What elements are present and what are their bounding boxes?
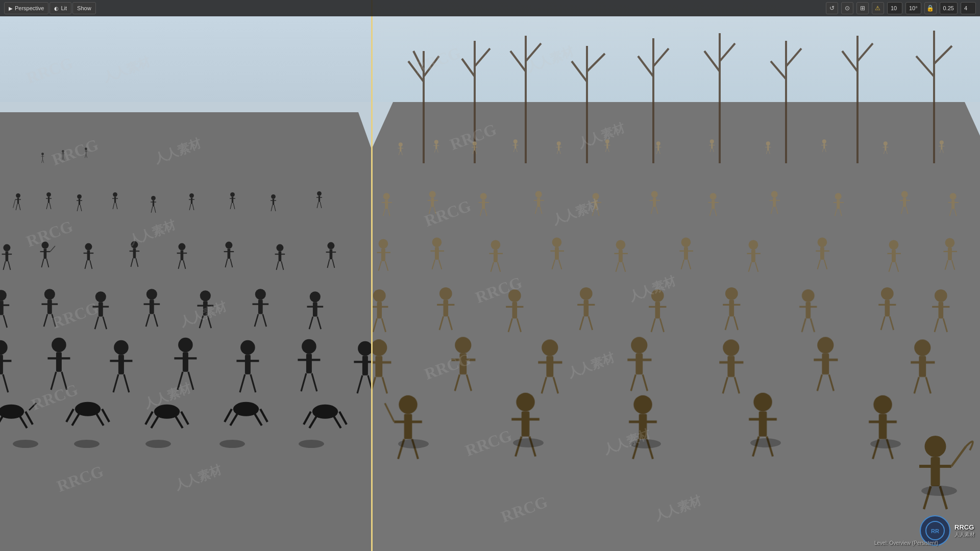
svg-point-424 — [725, 287, 738, 300]
svg-line-30 — [80, 205, 82, 211]
svg-rect-73 — [87, 251, 90, 261]
svg-line-277 — [766, 151, 767, 154]
svg-line-18 — [16, 204, 17, 210]
svg-line-9 — [63, 157, 64, 160]
svg-rect-480 — [404, 414, 412, 439]
svg-point-5 — [62, 150, 64, 153]
svg-line-377 — [681, 260, 684, 269]
svg-rect-290 — [941, 144, 942, 149]
svg-line-278 — [769, 151, 770, 154]
svg-point-169 — [358, 341, 371, 356]
svg-line-453 — [467, 374, 471, 391]
svg-point-454 — [542, 339, 558, 356]
svg-line-194 — [253, 411, 262, 425]
svg-point-15 — [16, 193, 20, 198]
svg-line-343 — [906, 207, 908, 214]
svg-point-344 — [950, 193, 957, 199]
warning-button[interactable]: ⚠ — [872, 2, 884, 14]
svg-line-413 — [517, 318, 521, 332]
svg-line-397 — [945, 260, 948, 270]
svg-point-113 — [95, 291, 106, 302]
svg-line-283 — [825, 148, 826, 152]
svg-line-180 — [29, 403, 36, 410]
grid-button[interactable]: ⊞ — [856, 2, 869, 14]
viewport-divider — [371, 0, 373, 551]
svg-point-374 — [681, 237, 691, 247]
layer-value-display: 4 — [961, 2, 976, 14]
svg-line-367 — [552, 260, 555, 269]
perspective-label: Perspective — [15, 5, 44, 11]
svg-line-478 — [926, 377, 930, 393]
right-scene-svg — [373, 0, 980, 551]
svg-line-348 — [954, 209, 957, 216]
svg-point-72 — [85, 243, 92, 251]
svg-line-188 — [151, 414, 160, 428]
perspective-button[interactable]: ▶ Perspective — [4, 2, 48, 14]
svg-point-234 — [399, 142, 403, 146]
svg-rect-265 — [657, 145, 659, 151]
svg-point-82 — [178, 243, 185, 251]
svg-point-364 — [552, 237, 562, 247]
svg-rect-88 — [228, 249, 231, 259]
svg-rect-42 — [191, 198, 192, 204]
svg-point-0 — [41, 153, 44, 155]
svg-point-201 — [13, 440, 38, 448]
svg-rect-260 — [606, 143, 608, 148]
svg-line-153 — [124, 374, 129, 392]
svg-point-515 — [870, 439, 901, 448]
svg-point-36 — [151, 196, 156, 201]
svg-rect-155 — [183, 352, 188, 372]
svg-point-495 — [753, 393, 772, 411]
svg-line-40 — [154, 207, 156, 213]
svg-line-152 — [113, 374, 118, 392]
svg-line-60 — [320, 202, 322, 208]
svg-point-56 — [317, 191, 322, 196]
svg-rect-460 — [635, 354, 643, 374]
svg-point-87 — [225, 242, 232, 249]
svg-point-339 — [901, 191, 908, 197]
svg-line-292 — [940, 149, 941, 153]
svg-point-46 — [230, 192, 235, 197]
lit-button[interactable]: ◐ Lit — [50, 2, 71, 14]
svg-rect-270 — [711, 143, 713, 148]
brand-name: RRCG — [954, 523, 974, 531]
svg-point-108 — [44, 289, 55, 299]
svg-line-328 — [715, 209, 717, 216]
svg-point-304 — [480, 193, 487, 199]
svg-line-199 — [332, 414, 341, 428]
camera-button[interactable]: ⊙ — [841, 2, 853, 14]
svg-line-412 — [508, 318, 512, 332]
svg-point-204 — [219, 440, 245, 448]
svg-rect-470 — [822, 354, 829, 374]
svg-line-35 — [116, 203, 117, 209]
svg-point-513 — [630, 439, 661, 448]
svg-line-14 — [86, 154, 87, 158]
svg-line-313 — [540, 207, 542, 214]
svg-point-159 — [240, 340, 255, 355]
svg-line-382 — [749, 262, 751, 272]
lit-icon: ◐ — [54, 6, 59, 11]
svg-line-333 — [776, 207, 778, 214]
refresh-button[interactable]: ↺ — [826, 2, 838, 14]
svg-line-3 — [41, 159, 42, 163]
svg-line-472 — [817, 374, 822, 391]
svg-point-239 — [434, 140, 438, 144]
svg-line-402 — [373, 318, 377, 332]
svg-line-148 — [62, 372, 67, 390]
svg-rect-129 — [258, 299, 263, 314]
svg-line-80 — [131, 258, 133, 267]
svg-point-379 — [749, 240, 758, 249]
svg-line-452 — [455, 374, 459, 391]
svg-point-77 — [131, 241, 138, 248]
svg-line-193 — [230, 411, 239, 425]
lock-button[interactable]: 🔒 — [924, 2, 937, 14]
svg-rect-365 — [555, 247, 559, 260]
svg-rect-134 — [313, 302, 317, 316]
show-button[interactable]: Show — [72, 2, 96, 14]
svg-rect-400 — [377, 302, 382, 318]
svg-line-477 — [914, 377, 919, 393]
svg-line-422 — [651, 318, 655, 332]
svg-point-259 — [605, 139, 609, 143]
svg-point-149 — [114, 340, 129, 355]
angle-number: 10° — [909, 5, 918, 11]
